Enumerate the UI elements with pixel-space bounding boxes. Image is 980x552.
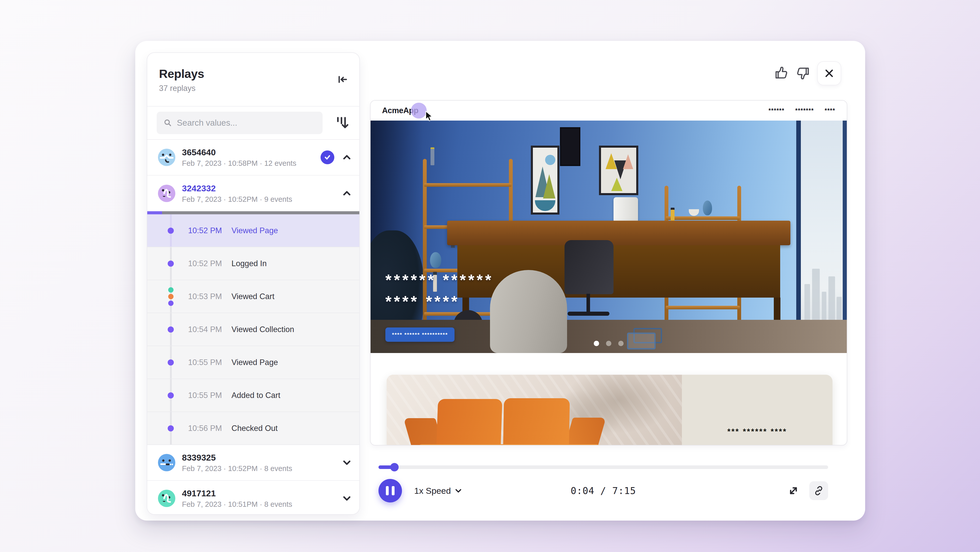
replay-count: 37 replays (159, 84, 348, 93)
scrubber-handle[interactable] (390, 463, 399, 472)
time-total: 7:15 (612, 485, 636, 496)
event-label: Logged In (231, 259, 267, 268)
page-title: Replays (159, 67, 348, 81)
close-icon (824, 69, 834, 78)
expand-icon (788, 485, 799, 496)
session-meta: Feb 7, 2023 · 10:52PM · 8 events (182, 464, 292, 473)
site-nav-item: **** (824, 107, 835, 114)
thumbs-down-button[interactable] (796, 65, 811, 82)
playback-scrubber[interactable] (379, 466, 828, 469)
event-label: Checked Out (231, 424, 278, 433)
session-progress-bar (147, 211, 360, 214)
session-meta: Feb 7, 2023 · 10:58PM · 12 events (182, 159, 296, 168)
event-time: 10:54 PM (188, 325, 231, 334)
event-label: Viewed Cart (231, 292, 274, 301)
event-label: Added to Cart (231, 391, 280, 400)
event-row[interactable]: 10:55 PM Viewed Page (147, 346, 360, 379)
event-dot (168, 228, 174, 234)
site-promo-photo (387, 375, 682, 445)
event-dot (168, 425, 174, 431)
session-id: 3654640 (182, 147, 296, 157)
replay-viewport: AcmeApp ****** ******* **** (370, 100, 847, 445)
site-hero-image: ****** ****** **** **** **** ****** ****… (371, 121, 847, 353)
check-icon (324, 153, 331, 161)
event-time: 10:55 PM (188, 391, 231, 400)
site-hero-cta-button-masked: **** ****** ********** (385, 327, 455, 342)
thumbs-up-button[interactable] (773, 64, 789, 81)
pause-icon (386, 486, 389, 495)
time-display: 0:04 / 7:15 (571, 485, 636, 496)
time-current: 0:04 (571, 485, 594, 496)
carousel-dot (618, 341, 624, 346)
event-time: 10:56 PM (188, 424, 231, 433)
sidebar-header: Replays 37 replays (147, 53, 360, 107)
site-nav-item: ******* (795, 107, 814, 114)
event-row[interactable]: 10:56 PM Checked Out (147, 412, 360, 445)
avatar (158, 149, 175, 166)
pause-icon (392, 486, 395, 495)
session-meta: Feb 7, 2023 · 10:52PM · 9 events (182, 195, 292, 204)
event-dot (168, 260, 174, 267)
collapse-panel-button[interactable] (336, 73, 348, 86)
thumbs-up-icon (773, 65, 788, 80)
session-row-8339325[interactable]: 8339325 Feb 7, 2023 · 10:52PM · 8 events (147, 445, 360, 481)
chevron-up-icon[interactable] (343, 190, 351, 196)
site-promo-text-masked: *** ****** **** (682, 427, 832, 436)
search-box[interactable] (157, 112, 323, 134)
search-input[interactable] (177, 118, 315, 128)
avatar (158, 185, 175, 202)
event-time: 10:52 PM (188, 226, 231, 235)
site-hero-headline-masked: ****** ****** (385, 271, 493, 289)
event-label: Viewed Page (231, 358, 278, 367)
event-row[interactable]: 10:53 PM Viewed Cart (147, 280, 360, 313)
link-icon (813, 485, 824, 496)
event-row[interactable]: 10:52 PM Logged In (147, 247, 360, 280)
event-dot (168, 392, 174, 399)
replays-sidebar: Replays 37 replays (147, 53, 360, 515)
event-dot (168, 359, 174, 365)
thumbs-down-icon (796, 66, 811, 81)
session-row-3654640[interactable]: 3654640 Feb 7, 2023 · 10:58PM · 12 event… (147, 140, 360, 175)
chevron-up-icon[interactable] (343, 154, 351, 160)
watched-check-badge (321, 150, 334, 164)
event-row[interactable]: 10:54 PM Viewed Collection (147, 313, 360, 346)
close-button[interactable] (817, 61, 841, 85)
pause-button[interactable] (379, 479, 402, 503)
site-nav-item: ****** (768, 107, 784, 114)
event-time: 10:55 PM (188, 358, 231, 367)
sort-button[interactable] (335, 116, 348, 130)
search-icon (164, 118, 172, 127)
replay-modal: Replays 37 replays (135, 41, 865, 520)
cursor-icon (425, 111, 434, 121)
speed-selector[interactable]: 1x Speed (414, 486, 462, 496)
session-id: 8339325 (182, 453, 292, 463)
sort-descending-icon (335, 116, 348, 130)
event-dot (168, 327, 174, 333)
speed-label: 1x Speed (414, 486, 451, 496)
event-row[interactable]: 10:52 PM Viewed Page (147, 214, 360, 247)
carousel-dot (606, 341, 611, 346)
session-meta: Feb 7, 2023 · 10:51PM · 8 events (182, 500, 292, 509)
event-dot (168, 287, 173, 292)
replayed-site-header: AcmeApp ****** ******* **** (371, 101, 847, 121)
expand-button[interactable] (787, 484, 800, 497)
event-row[interactable]: 10:55 PM Added to Cart (147, 379, 360, 412)
session-progress-fill (147, 211, 162, 214)
avatar (158, 454, 175, 471)
site-promo-card: *** ****** **** (387, 375, 832, 445)
session-row-4917121[interactable]: 4917121 Feb 7, 2023 · 10:51PM · 8 events (147, 481, 360, 515)
chevron-down-icon (455, 488, 462, 493)
site-nav: ****** ******* **** (768, 107, 835, 114)
avatar (158, 490, 175, 507)
site-carousel-dots (594, 341, 624, 346)
chevron-down-icon[interactable] (343, 459, 351, 466)
click-highlight (411, 103, 427, 118)
event-dot-stack (168, 287, 173, 306)
chevron-down-icon[interactable] (343, 495, 351, 501)
event-dot (168, 294, 173, 299)
event-time: 10:53 PM (188, 292, 231, 301)
copy-link-button[interactable] (809, 481, 828, 500)
event-label: Viewed Collection (231, 325, 294, 334)
session-row-3242332[interactable]: 3242332 Feb 7, 2023 · 10:52PM · 9 events (147, 175, 360, 211)
search-row (147, 107, 360, 140)
